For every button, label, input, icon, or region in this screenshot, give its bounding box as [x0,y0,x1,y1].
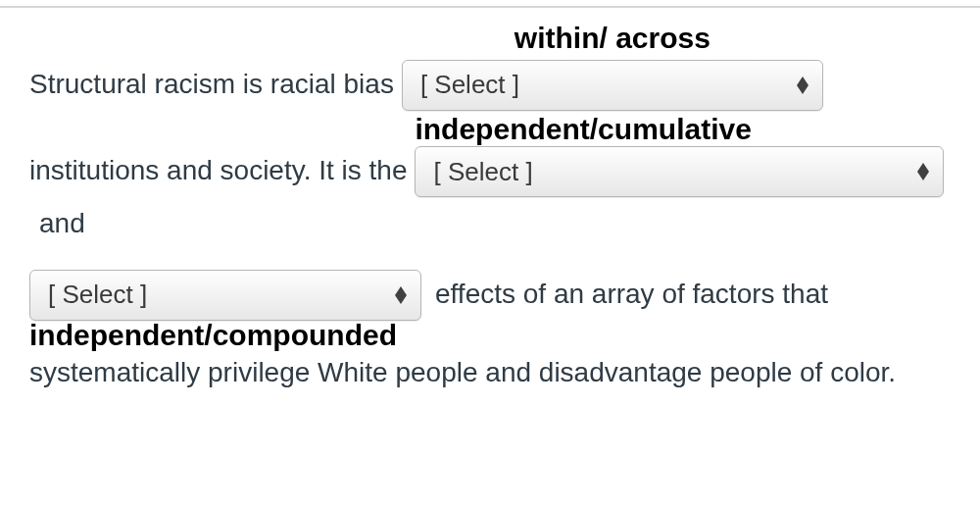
sentence-part-1: Structural racism is racial bias [29,58,402,110]
dropdown-placeholder: [ Select ] [48,271,147,319]
dropdown-placeholder: [ Select ] [420,61,519,109]
chevron-up-down-icon [797,76,808,94]
svg-marker-5 [395,295,407,304]
svg-marker-0 [797,76,808,85]
dropdown-blank-1[interactable]: [ Select ] [402,60,823,111]
question-body: Structural racism is racial bias within/… [0,8,980,398]
dropdown-placeholder: [ Select ] [433,148,532,196]
dropdown-blank-2[interactable]: [ Select ] [415,146,944,197]
annotation-blank-2: independent/cumulative [415,115,751,144]
sentence-part-2: institutions and society. It is the [29,144,415,196]
sentence-part-3: and [29,197,93,249]
dropdown-blank-3[interactable]: [ Select ] [29,270,421,321]
svg-marker-3 [917,172,929,180]
sentence-part-4: effects of an array of factors that [421,268,836,320]
svg-marker-2 [917,163,929,172]
chevron-up-down-icon [395,286,407,304]
chevron-up-down-icon [917,163,929,180]
svg-marker-1 [797,85,808,94]
sentence-part-5: systematically privilege White people an… [29,346,904,398]
svg-marker-4 [395,286,407,295]
